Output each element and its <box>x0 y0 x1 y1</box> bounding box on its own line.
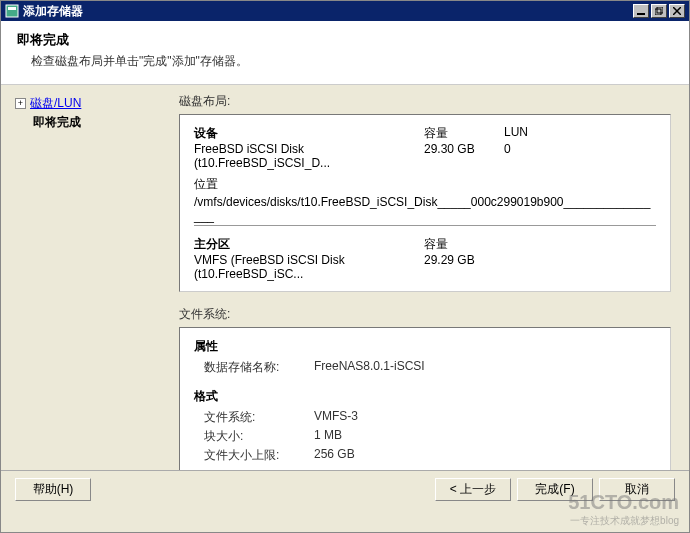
location-label: 位置 <box>194 176 656 193</box>
fs-label: 文件系统: <box>194 409 314 426</box>
partition-name: VMFS (FreeBSD iSCSI Disk (t10.FreeBSD_iS… <box>194 253 424 281</box>
back-button[interactable]: < 上一步 <box>435 478 511 501</box>
nav-item-disk-lun[interactable]: + 磁盘/LUN <box>15 95 167 112</box>
format-header: 格式 <box>194 388 656 405</box>
disk-layout-label: 磁盘布局: <box>179 93 671 110</box>
block-label: 块大小: <box>194 428 314 445</box>
footer-bar: 帮助(H) < 上一步 完成(F) 取消 <box>1 470 689 508</box>
window-title: 添加存储器 <box>23 3 633 20</box>
device-header: 设备 <box>194 125 424 142</box>
nav-item-ready[interactable]: 即将完成 <box>33 114 167 131</box>
restore-button[interactable] <box>651 4 667 18</box>
main-area: + 磁盘/LUN 即将完成 磁盘布局: 设备 容量 LUN FreeBSD iS… <box>1 85 689 485</box>
properties-header: 属性 <box>194 338 656 355</box>
location-path: /vmfs/devices/disks/t10.FreeBSD_iSCSI_Di… <box>194 195 656 226</box>
wizard-window: 添加存储器 即将完成 检查磁盘布局并单击"完成"添加"存储器。 + 磁盘/LUN… <box>0 0 690 533</box>
nav-link-disk-lun[interactable]: 磁盘/LUN <box>30 95 81 112</box>
cancel-button[interactable]: 取消 <box>599 478 675 501</box>
app-icon <box>5 4 19 18</box>
help-button[interactable]: 帮助(H) <box>15 478 91 501</box>
titlebar[interactable]: 添加存储器 <box>1 1 689 21</box>
finish-button[interactable]: 完成(F) <box>517 478 593 501</box>
filesystem-label: 文件系统: <box>179 306 671 323</box>
svg-rect-1 <box>8 7 16 10</box>
svg-rect-2 <box>637 13 645 15</box>
partition-capacity: 29.29 GB <box>424 253 504 281</box>
device-name: FreeBSD iSCSI Disk (t10.FreeBSD_iSCSI_D.… <box>194 142 424 170</box>
device-lun: 0 <box>504 142 656 170</box>
svg-rect-3 <box>655 9 661 15</box>
device-capacity: 29.30 GB <box>424 142 504 170</box>
svg-rect-0 <box>6 5 18 17</box>
disk-layout-panel: 设备 容量 LUN FreeBSD iSCSI Disk (t10.FreeBS… <box>179 114 671 292</box>
capacity-header: 容量 <box>424 125 504 142</box>
nav-link-ready: 即将完成 <box>33 114 81 131</box>
fs-value: VMFS-3 <box>314 409 358 426</box>
filesystem-panel: 属性 数据存储名称: FreeNAS8.0.1-iSCSI 格式 文件系统: V… <box>179 327 671 477</box>
expand-icon[interactable]: + <box>15 98 26 109</box>
nav-panel: + 磁盘/LUN 即将完成 <box>1 85 177 485</box>
lun-header: LUN <box>504 125 656 142</box>
content-panel: 磁盘布局: 设备 容量 LUN FreeBSD iSCSI Disk (t10.… <box>177 85 689 485</box>
page-subtitle: 检查磁盘布局并单击"完成"添加"存储器。 <box>31 53 673 70</box>
datastore-value: FreeNAS8.0.1-iSCSI <box>314 359 425 376</box>
datastore-label: 数据存储名称: <box>194 359 314 376</box>
minimize-button[interactable] <box>633 4 649 18</box>
svg-rect-4 <box>657 7 663 13</box>
maxfile-value: 256 GB <box>314 447 355 464</box>
partition-header: 主分区 <box>194 236 424 253</box>
block-value: 1 MB <box>314 428 342 445</box>
page-title: 即将完成 <box>17 31 673 49</box>
maxfile-label: 文件大小上限: <box>194 447 314 464</box>
close-button[interactable] <box>669 4 685 18</box>
wizard-header: 即将完成 检查磁盘布局并单击"完成"添加"存储器。 <box>1 21 689 85</box>
partition-capacity-header: 容量 <box>424 236 504 253</box>
